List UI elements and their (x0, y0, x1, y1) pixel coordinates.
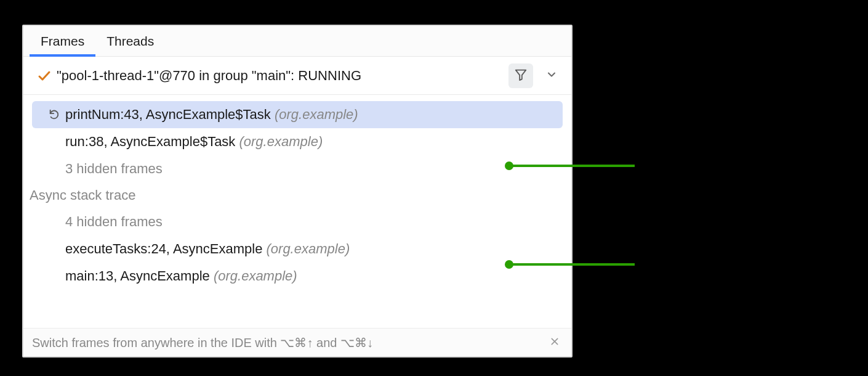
stack-frame[interactable]: executeTasks:24, AsyncExample (org.examp… (32, 235, 563, 263)
frame-method: main:13, AsyncExample (65, 268, 214, 284)
frame-text: printNum:43, AsyncExample$Task (org.exam… (65, 107, 358, 123)
drop-frame-icon (48, 108, 65, 121)
tab-frames[interactable]: Frames (30, 26, 95, 56)
frames-list[interactable]: printNum:43, AsyncExample$Task (org.exam… (23, 95, 571, 328)
frame-method: printNum:43, AsyncExample$Task (65, 107, 275, 122)
hidden-frames-label: 4 hidden frames (65, 214, 163, 230)
stack-frame[interactable]: main:13, AsyncExample (org.example) (32, 263, 563, 290)
stack-frame[interactable]: printNum:43, AsyncExample$Task (org.exam… (32, 101, 563, 128)
hidden-frames-toggle[interactable]: 4 hidden frames (23, 208, 571, 235)
async-section-header: Async stack trace (23, 182, 571, 208)
hidden-frames-toggle[interactable]: 3 hidden frames (23, 155, 571, 182)
thread-actions (508, 63, 563, 88)
close-icon (550, 335, 560, 349)
svg-marker-0 (516, 70, 526, 80)
hidden-frames-label: 3 hidden frames (65, 161, 163, 177)
tab-bar: Frames Threads (23, 26, 571, 57)
frame-package: (org.example) (275, 107, 358, 122)
tab-label: Frames (41, 34, 84, 49)
thread-selector[interactable]: "pool-1-thread-1"@770 in group "main": R… (23, 57, 571, 95)
hint-bar: Switch frames from anywhere in the IDE w… (23, 328, 571, 356)
frame-package: (org.example) (214, 268, 297, 284)
debug-frames-panel: Frames Threads "pool-1-thread-1"@770 in … (22, 25, 573, 358)
frame-package: (org.example) (267, 241, 350, 256)
frame-text: main:13, AsyncExample (org.example) (65, 268, 297, 284)
frame-method: executeTasks:24, AsyncExample (65, 241, 267, 256)
frame-method: run:38, AsyncExample$Task (65, 134, 239, 149)
thread-dropdown-button[interactable] (540, 65, 563, 87)
close-hint-button[interactable] (547, 335, 563, 351)
thread-label: "pool-1-thread-1"@770 in group "main": R… (57, 68, 508, 84)
tab-label: Threads (106, 34, 154, 49)
stack-frame[interactable]: run:38, AsyncExample$Task (org.example) (32, 128, 563, 155)
frame-text: run:38, AsyncExample$Task (org.example) (65, 134, 323, 150)
section-label: Async stack trace (30, 187, 135, 203)
frame-text: executeTasks:24, AsyncExample (org.examp… (65, 241, 350, 257)
chevron-down-icon (545, 68, 558, 83)
funnel-icon (514, 68, 528, 84)
annotation-line (509, 165, 635, 167)
frame-package: (org.example) (239, 134, 323, 149)
hint-text: Switch frames from anywhere in the IDE w… (32, 335, 547, 350)
filter-button[interactable] (508, 63, 533, 88)
tab-threads[interactable]: Threads (95, 26, 165, 56)
check-icon (37, 68, 52, 83)
annotation-line (509, 263, 635, 266)
